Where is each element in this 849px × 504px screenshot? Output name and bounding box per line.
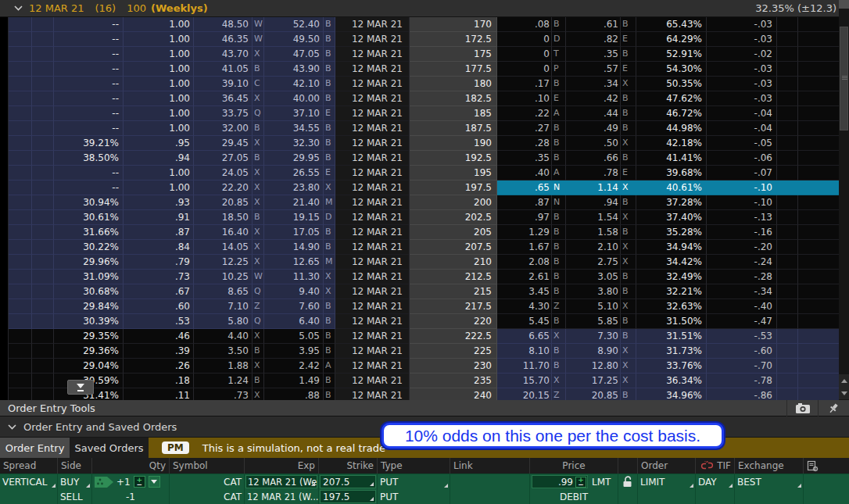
chain-row[interactable]: --1.0033.75Q37.10E12 MAR 21185.22A.44B46… <box>9 106 839 121</box>
chain-cell[interactable] <box>32 136 54 151</box>
price-lock-cell[interactable] <box>618 474 638 489</box>
chain-cell[interactable]: X <box>621 181 636 195</box>
chain-cell[interactable]: A <box>324 359 335 374</box>
chain-cell[interactable] <box>9 255 32 270</box>
chain-cell[interactable] <box>9 77 32 91</box>
chain-cell[interactable]: 3.05 <box>566 270 621 284</box>
chain-cell[interactable] <box>32 240 54 255</box>
chain-cell[interactable]: -- <box>54 17 124 32</box>
chain-cell[interactable]: .97 <box>497 210 552 225</box>
chain-cell[interactable]: .73 <box>124 270 194 284</box>
chain-cell[interactable]: 8.10 <box>497 344 552 359</box>
chain-cell[interactable]: 187.5 <box>410 121 497 136</box>
chain-cell[interactable]: Q <box>253 314 264 329</box>
chain-cell[interactable]: A <box>552 106 566 121</box>
chain-cell[interactable]: W <box>253 17 264 32</box>
chain-cell[interactable]: 39.10 <box>194 77 253 91</box>
pin-button[interactable] <box>818 400 849 416</box>
chain-cell[interactable]: 7.60 <box>264 299 324 314</box>
chain-cell[interactable]: 12.65 <box>264 255 324 270</box>
chain-cell[interactable]: B <box>324 47 335 62</box>
chain-cell[interactable]: 17.05 <box>264 225 324 240</box>
chain-cell[interactable]: 29.96% <box>54 255 124 270</box>
chain-cell[interactable]: 2.08 <box>497 255 552 270</box>
jump-to-atm-button[interactable] <box>67 380 94 395</box>
chain-cell[interactable] <box>777 329 798 344</box>
chain-cell[interactable]: 30.68% <box>54 284 124 299</box>
chain-cell[interactable]: X <box>621 210 636 225</box>
chain-cell[interactable]: X <box>621 374 636 388</box>
side-select[interactable]: BUY <box>58 474 92 489</box>
chain-cell[interactable]: 240 <box>410 388 497 400</box>
chain-cell[interactable]: 32.30 <box>264 136 324 151</box>
chain-cell[interactable]: B <box>253 151 264 166</box>
chain-cell[interactable]: .73 <box>194 388 253 400</box>
chain-cell[interactable] <box>798 91 839 106</box>
chain-cell[interactable]: B <box>324 240 335 255</box>
chain-cell[interactable]: 19.15 <box>264 210 324 225</box>
chain-cell[interactable] <box>777 62 798 77</box>
chain-cell[interactable]: B <box>324 329 335 344</box>
chain-cell[interactable]: B <box>552 344 566 359</box>
chain-cell[interactable]: .27 <box>497 121 552 136</box>
chain-cell[interactable] <box>9 270 32 284</box>
chain-cell[interactable]: E <box>324 106 335 121</box>
chain-cell[interactable]: C <box>253 77 264 91</box>
chain-cell[interactable] <box>9 166 32 181</box>
chain-cell[interactable]: 222.5 <box>410 329 497 344</box>
chain-cell[interactable] <box>777 299 798 314</box>
chain-cell[interactable]: B <box>621 17 636 32</box>
chain-cell[interactable]: 34.96% <box>636 388 707 400</box>
chain-cell[interactable]: 12 MAR 21 <box>335 195 410 210</box>
chain-cell[interactable]: E <box>621 166 636 181</box>
chain-cell[interactable]: -.60 <box>707 344 777 359</box>
chain-cell[interactable]: -- <box>54 106 124 121</box>
chain-cell[interactable]: 1.24 <box>194 374 253 388</box>
chain-cell[interactable] <box>798 374 839 388</box>
chain-cell[interactable]: B <box>552 210 566 225</box>
chain-cell[interactable]: 1.00 <box>124 47 194 62</box>
chain-cell[interactable]: 23.80 <box>264 181 324 195</box>
chain-cell[interactable]: -.03 <box>707 32 777 47</box>
chain-cell[interactable]: X <box>253 388 264 400</box>
chain-cell[interactable]: B <box>621 195 636 210</box>
chain-cell[interactable]: 21.40 <box>264 195 324 210</box>
chain-cell[interactable] <box>32 121 54 136</box>
chain-cell[interactable]: 1.67 <box>497 240 552 255</box>
chain-cell[interactable] <box>777 136 798 151</box>
chain-row[interactable]: 30.59%.181.24B1.49B12 MAR 2123515.70X17.… <box>9 374 839 388</box>
chain-cell[interactable] <box>798 151 839 166</box>
chain-cell[interactable]: .50 <box>566 136 621 151</box>
chain-cell[interactable]: 12 MAR 21 <box>335 374 410 388</box>
chain-cell[interactable]: 31.50% <box>636 314 707 329</box>
chain-cell[interactable]: .11 <box>124 388 194 400</box>
chain-row[interactable]: 31.66%.8716.40X17.05B12 MAR 212051.29B1.… <box>9 225 839 240</box>
chain-cell[interactable]: B <box>621 121 636 136</box>
chain-cell[interactable]: 31.73% <box>636 344 707 359</box>
chain-cell[interactable] <box>9 299 32 314</box>
chain-cell[interactable]: .87 <box>497 195 552 210</box>
chain-cell[interactable]: 212.5 <box>410 270 497 284</box>
chain-row[interactable]: 31.09%.7310.25W11.30X12 MAR 21212.52.61B… <box>9 270 839 284</box>
chain-cell[interactable] <box>798 210 839 225</box>
chain-cell[interactable]: X <box>621 255 636 270</box>
chain-cell[interactable] <box>798 106 839 121</box>
chain-row[interactable]: --1.0048.50W52.40B12 MAR 21170.08B.61B65… <box>9 17 839 32</box>
chain-cell[interactable]: 1.00 <box>124 17 194 32</box>
chain-cell[interactable]: 12 MAR 21 <box>335 314 410 329</box>
chain-cell[interactable]: 39.68% <box>636 166 707 181</box>
chain-cell[interactable]: .35 <box>566 47 621 62</box>
chain-cell[interactable] <box>32 210 54 225</box>
chain-cell[interactable] <box>777 17 798 32</box>
chain-cell[interactable]: 205 <box>410 225 497 240</box>
chain-cell[interactable] <box>32 106 54 121</box>
chain-cell[interactable]: X <box>253 329 264 344</box>
chain-cell[interactable]: 1.00 <box>124 32 194 47</box>
chain-cell[interactable]: 1.58 <box>566 225 621 240</box>
chain-cell[interactable]: .22 <box>497 106 552 121</box>
chain-cell[interactable]: 17.25 <box>566 374 621 388</box>
chain-cell[interactable]: 170 <box>410 17 497 32</box>
chain-cell[interactable]: B <box>324 91 335 106</box>
chain-cell[interactable]: 225 <box>410 344 497 359</box>
chain-cell[interactable]: 192.5 <box>410 151 497 166</box>
